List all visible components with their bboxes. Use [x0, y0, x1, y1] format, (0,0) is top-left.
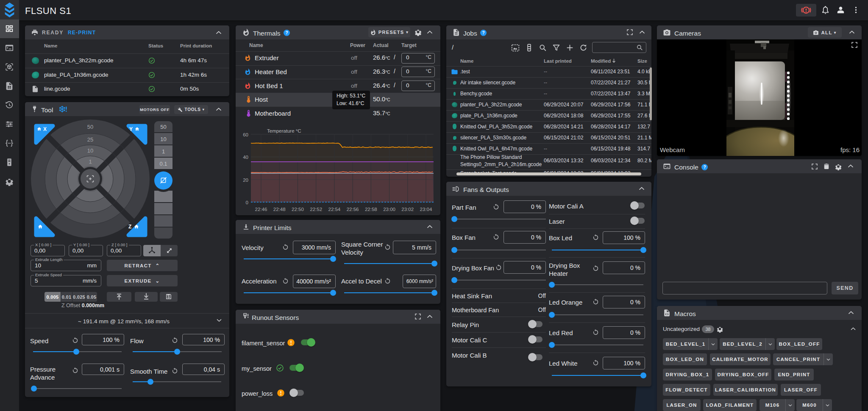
svg-text:0.1: 0.1 [159, 161, 167, 167]
svg-text:25: 25 [87, 136, 93, 143]
svg-text:1: 1 [162, 148, 165, 155]
svg-text:50: 50 [160, 124, 166, 130]
svg-text:10: 10 [87, 147, 93, 154]
svg-text:10: 10 [160, 136, 166, 142]
svg-text:1: 1 [89, 158, 92, 165]
svg-text:50: 50 [87, 124, 93, 130]
